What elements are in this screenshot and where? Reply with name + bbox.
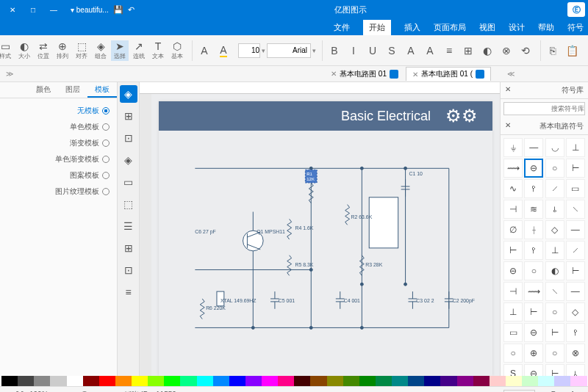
shape-41[interactable]: ⊕ — [524, 344, 543, 363]
color-swatch[interactable] — [430, 376, 435, 386]
panel-expand-icon[interactable]: ≫ — [6, 70, 13, 78]
color-swatch[interactable] — [83, 376, 88, 386]
color-swatch[interactable] — [348, 376, 354, 386]
color-swatch[interactable] — [99, 376, 104, 386]
color-swatch[interactable] — [511, 376, 516, 386]
color-swatch[interactable] — [137, 376, 142, 386]
color-swatch[interactable] — [132, 376, 137, 386]
qa-undo-icon[interactable]: ↶ — [128, 5, 135, 15]
tool-对齐[interactable]: ⬚对齐 — [73, 40, 90, 61]
shape-44[interactable]: S — [503, 364, 523, 376]
color-swatch[interactable] — [522, 376, 527, 386]
color-swatch[interactable] — [50, 376, 55, 386]
color-swatch[interactable] — [570, 376, 576, 386]
color-swatch[interactable] — [451, 376, 456, 386]
shape-46[interactable]: ⊢ — [545, 364, 564, 376]
shape-33[interactable]: ⊢ — [524, 302, 543, 322]
min-btn[interactable]: — — [44, 2, 63, 17]
shape-39[interactable]: ⫯ — [566, 323, 585, 342]
menu-6[interactable]: 帮助 — [538, 22, 554, 33]
shape-25[interactable]: ○ — [524, 261, 543, 280]
color-swatch[interactable] — [18, 376, 23, 386]
lp-item-5[interactable]: 图片纹理模板 — [3, 184, 114, 200]
color-swatch[interactable] — [45, 376, 50, 386]
color-swatch[interactable] — [72, 376, 77, 386]
color-swatch[interactable] — [316, 376, 321, 386]
color-swatch[interactable] — [440, 376, 445, 386]
shape-15[interactable]: ⟍ — [566, 200, 585, 219]
fmt-btn-3[interactable]: S — [383, 40, 401, 61]
shape-40[interactable]: ○ — [503, 344, 523, 363]
color-swatch[interactable] — [240, 376, 245, 386]
shape-19[interactable]: — — [566, 220, 585, 239]
color-swatch[interactable] — [533, 376, 538, 386]
color-swatch[interactable] — [110, 376, 115, 386]
color-swatch[interactable] — [186, 376, 191, 386]
lp-item-3[interactable]: 单色渐变模板 — [3, 151, 114, 167]
color-swatch[interactable] — [245, 376, 251, 386]
tool-位置[interactable]: ⇄位置 — [35, 40, 52, 61]
shape-2[interactable]: ◡ — [545, 138, 564, 157]
shape-24[interactable]: ⊖ — [503, 261, 523, 280]
color-swatch[interactable] — [229, 376, 234, 386]
lp-item-4[interactable]: 图案模板 — [3, 167, 114, 184]
doc-tab-1[interactable]: ✕基本电路图 01 ( — [406, 67, 491, 81]
color-swatch[interactable] — [527, 376, 532, 386]
lp-tab-1[interactable]: 图层 — [58, 82, 87, 98]
fmt-btn-2[interactable]: U — [364, 40, 381, 61]
color-swatch[interactable] — [213, 376, 218, 386]
color-swatch[interactable] — [424, 376, 429, 386]
vtool-0[interactable]: ◈ — [120, 85, 137, 103]
fmt-btn-1[interactable]: I — [345, 40, 362, 61]
color-swatch[interactable] — [148, 376, 153, 386]
color-swatch[interactable] — [234, 376, 240, 386]
font-size-select[interactable] — [238, 43, 260, 58]
color-swatch[interactable] — [376, 376, 381, 386]
color-swatch[interactable] — [126, 376, 132, 386]
color-swatch[interactable] — [278, 376, 283, 386]
shape-10[interactable]: ⟋ — [545, 179, 564, 198]
shape-23[interactable]: ⟋ — [566, 241, 585, 260]
fmt-btn-8[interactable]: ◐ — [478, 40, 496, 61]
color-swatch[interactable] — [273, 376, 278, 386]
tool-样式[interactable]: ▭样式 — [0, 40, 14, 61]
color-swatch[interactable] — [490, 376, 495, 386]
shape-17[interactable]: ⟊ — [524, 220, 543, 239]
color-swatch[interactable] — [354, 376, 359, 386]
fmt-btn-5[interactable]: A — [421, 40, 439, 61]
color-swatch[interactable] — [7, 376, 12, 386]
menu-3[interactable]: 页面布局 — [434, 22, 466, 33]
color-swatch[interactable] — [419, 376, 424, 386]
shape-1[interactable]: — — [524, 138, 543, 157]
shape-4[interactable]: ⟿ — [503, 159, 523, 178]
color-swatch[interactable] — [462, 376, 467, 386]
color-swatch[interactable] — [207, 376, 212, 386]
color-swatch[interactable] — [467, 376, 473, 386]
shape-search-input[interactable] — [503, 102, 585, 115]
color-swatch[interactable] — [104, 376, 110, 386]
shape-28[interactable]: ⊣ — [503, 282, 523, 301]
color-swatch[interactable] — [576, 376, 581, 386]
doc-tab-0[interactable]: ✕基本电路图 01 — [325, 67, 404, 81]
vtool-5[interactable]: ⬚ — [120, 195, 137, 213]
color-swatch[interactable] — [164, 376, 169, 386]
shape-34[interactable]: ○ — [545, 302, 564, 322]
color-swatch[interactable] — [484, 376, 489, 386]
color-swatch[interactable] — [191, 376, 196, 386]
vtool-9[interactable]: ≡ — [120, 283, 137, 301]
lp-item-2[interactable]: 渐变模板 — [3, 135, 114, 151]
color-swatch[interactable] — [544, 376, 549, 386]
shape-7[interactable]: ⊢ — [566, 159, 585, 178]
shape-36[interactable]: ▭ — [503, 323, 523, 342]
color-swatch[interactable] — [473, 376, 478, 386]
color-swatch[interactable] — [517, 376, 522, 386]
copy-btn[interactable]: ⎘ — [544, 40, 562, 61]
shape-45[interactable]: ⊖ — [524, 364, 543, 376]
color-swatch[interactable] — [549, 376, 554, 386]
tool-大小[interactable]: ◐大小 — [15, 40, 33, 61]
color-swatch[interactable] — [332, 376, 337, 386]
tool-组合[interactable]: ◈组合 — [92, 40, 110, 61]
color-swatch[interactable] — [560, 376, 565, 386]
color-swatch[interactable] — [267, 376, 272, 386]
section-close-icon[interactable]: ✕ — [505, 121, 511, 131]
